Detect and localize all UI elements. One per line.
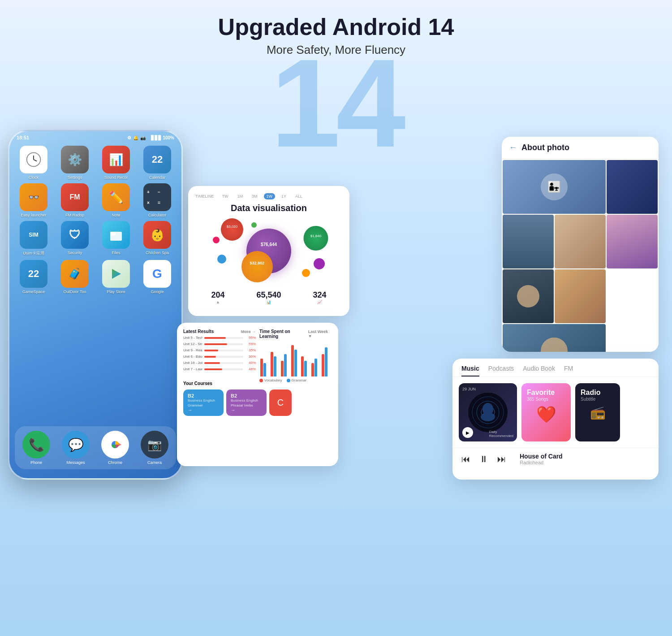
favorite-subtitle: 365 Songs (527, 397, 565, 402)
settings-status-icon: ⚙ (127, 135, 131, 140)
latest-results-title: Latest Results (183, 329, 214, 334)
photo-7[interactable] (555, 269, 606, 323)
app-settings[interactable]: ⚙️ Settings (56, 146, 94, 180)
svg-point-13 (481, 412, 495, 421)
favorite-card[interactable]: Favorite 365 Songs ❤️ (521, 383, 571, 441)
viz-stat-2: 65,540 (256, 290, 281, 300)
favorite-title: Favorite (527, 389, 565, 397)
photo-grid: 👨‍👧 (502, 159, 659, 352)
svg-rect-4 (110, 232, 116, 235)
tab-fm[interactable]: FM (564, 365, 573, 376)
learning-row-2: Unit 12 - Strategy 59% (183, 342, 256, 346)
dock-camera[interactable]: 📷 Camera (137, 431, 172, 465)
viz-tab-1y[interactable]: 1Y (279, 193, 289, 199)
app-fm-radio[interactable]: FM FM Radop (56, 183, 94, 217)
app-play-store[interactable]: Play Store (97, 260, 135, 294)
viz-bottom-value: $32,982 (241, 251, 273, 265)
viz-label: TIMELINE (195, 194, 214, 199)
notification-icon: 🔔 (133, 135, 138, 140)
svg-line-2 (34, 160, 37, 161)
app-google[interactable]: G Google (138, 260, 176, 294)
photo-5[interactable] (607, 215, 658, 268)
album-play-button[interactable]: ▶ (462, 427, 473, 438)
album-date: 29 JUN (462, 387, 476, 391)
learning-row-1: Unit 5 - Technology 55% (183, 336, 256, 340)
photo-3[interactable] (503, 215, 554, 268)
chart-legend-vocab: Vocabulary (264, 378, 282, 382)
photo-1[interactable]: 👨‍👧 (503, 160, 606, 214)
background-number: 14 (271, 40, 401, 166)
viz-bubbles: $76,644 $32,982 $3,020 $1,840 (195, 215, 342, 287)
viz-topright-value: $1,840 (303, 226, 328, 238)
app-security[interactable]: 🛡 Security (56, 221, 94, 256)
last-week-filter[interactable]: Last Week ▼ (308, 329, 332, 338)
svg-marker-5 (112, 269, 121, 279)
viz-center-value: $76,644 (246, 229, 291, 247)
photo-title: About photo (521, 143, 569, 152)
tab-music[interactable]: Music (461, 365, 479, 376)
album-art: 29 JUN ▶ Daily Recommended (459, 383, 517, 441)
course-1[interactable]: B2 Business English Grammer → (183, 389, 224, 416)
dock-phone[interactable]: 📞 Phone (18, 431, 54, 465)
chart-legend-grammar: Grammar (292, 378, 307, 382)
app-children-space[interactable]: 👶 Children Spa (138, 221, 176, 256)
learning-row-6: Unit 7 - Law 46% (183, 367, 256, 371)
time-chart: Vocabulary Grammar (259, 341, 332, 376)
learning-row-5: Unit 16 - Job Market 40% (183, 361, 256, 365)
app-sound-recorder[interactable]: 📊 Sound Recor (97, 146, 135, 180)
data-viz-card: TIMELINE TW 1M 3M 1W 1Y ALL Data visuali… (188, 186, 349, 316)
radio-waves-icon: 📻 (581, 405, 615, 420)
app-clock[interactable]: Clock (15, 146, 52, 180)
radio-subtitle: Subtitle (581, 397, 615, 402)
app-usim[interactable]: SIM Usim卡应用 (15, 221, 52, 256)
track-name: House of Card (520, 453, 650, 460)
prev-button[interactable]: ⏮ (461, 454, 470, 464)
app-outdoor[interactable]: 🧳 OutDoor Too (56, 260, 94, 294)
photo-back-button[interactable]: ← (509, 143, 517, 152)
app-note[interactable]: ✏️ Note (97, 183, 135, 217)
viz-tab-tw[interactable]: TW (220, 193, 231, 199)
music-controls: ⏮ ⏸ ⏭ House of Card Radiohead (452, 448, 659, 470)
heart-icon: ❤️ (527, 405, 565, 424)
dock-chrome[interactable]: Chrome (97, 431, 133, 465)
app-calculator[interactable]: +− ×= Calculator (138, 183, 176, 217)
learning-row-3: Unit 9 - Real Estate 35% (183, 348, 256, 352)
phone-mockup: 18:51 ⚙ 🔔 📷 ▊▊▊ 100% Clock ⚙️ Settings 📊… (8, 130, 183, 480)
recommended-label: Recommended (489, 434, 513, 438)
learning-row-4: Unit 6 - Education 30% (183, 355, 256, 359)
photo-6[interactable] (503, 269, 554, 323)
track-artist: Radiohead (520, 460, 650, 465)
music-card: Music Podcasts Audio Book FM 29 JUN ▶ (452, 359, 659, 480)
daily-label: Daily (489, 430, 513, 434)
time-spent-title: Time Spent on Learning (259, 329, 308, 339)
battery-icon: ▊▊▊ 100% (151, 135, 174, 140)
viz-tab-1m[interactable]: 1M (235, 193, 246, 199)
photo-4[interactable] (555, 215, 606, 268)
tab-podcasts[interactable]: Podcasts (488, 365, 514, 376)
tab-audiobook[interactable]: Audio Book (523, 365, 555, 376)
viz-tab-1w[interactable]: 1W (264, 193, 276, 199)
photo-2[interactable] (607, 160, 658, 214)
photo-gallery-card: ← About photo 👨‍👧 (502, 137, 659, 352)
viz-stats: 204 ▲ 65,540 📊 324 📈 (195, 290, 342, 304)
radio-card[interactable]: Radio Subtitle 📻 (575, 383, 620, 441)
viz-tab-3m[interactable]: 3M (249, 193, 260, 199)
app-calendar[interactable]: 22 Calendar (138, 146, 176, 180)
course-3[interactable]: C (269, 389, 292, 416)
viz-topleft-value: $3,020 (221, 218, 243, 229)
play-pause-button[interactable]: ⏸ (479, 454, 488, 464)
viz-stat-1: 204 (211, 290, 224, 300)
viz-stat-3: 324 (313, 290, 326, 300)
app-files[interactable]: Files (97, 221, 135, 256)
course-2[interactable]: B2 Business English Phrasal Verbs → (226, 389, 267, 416)
photo-8[interactable] (503, 324, 606, 352)
dock-messages[interactable]: 💬 Messages (58, 431, 94, 465)
more-link[interactable]: More → (241, 329, 256, 334)
viz-title: Data visualisation (195, 203, 342, 213)
app-easy-launcher[interactable]: 👓 Easy launcher (15, 183, 52, 217)
radio-title: Radio (581, 389, 615, 397)
next-button[interactable]: ⏭ (497, 454, 506, 464)
app-gamespace[interactable]: 22 GameSpace (15, 260, 52, 294)
viz-tab-all[interactable]: ALL (293, 193, 305, 199)
status-time: 18:51 (17, 135, 29, 140)
